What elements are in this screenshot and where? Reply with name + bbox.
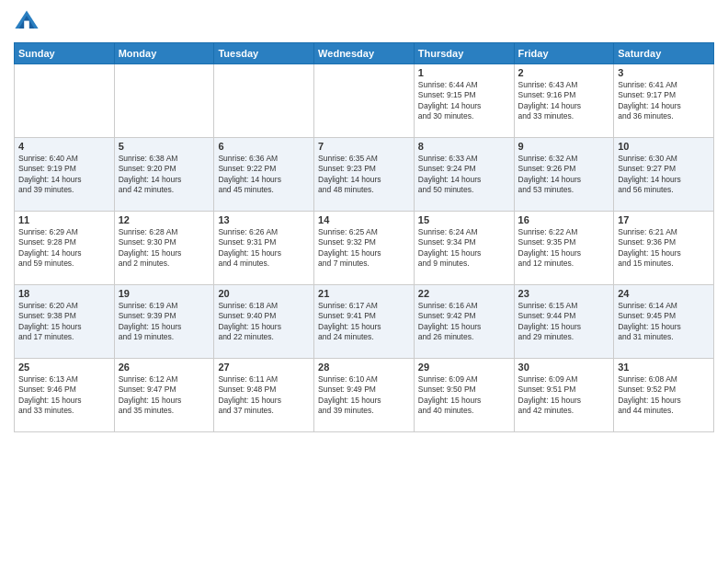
logo — [14, 9, 43, 35]
day-cell: 4Sunrise: 6:40 AMSunset: 9:19 PMDaylight… — [15, 138, 115, 212]
week-row-4: 18Sunrise: 6:20 AMSunset: 9:38 PMDayligh… — [15, 285, 714, 359]
day-cell: 24Sunrise: 6:14 AMSunset: 9:45 PMDayligh… — [614, 285, 714, 359]
day-number: 5 — [119, 141, 210, 152]
day-cell: 9Sunrise: 6:32 AMSunset: 9:26 PMDaylight… — [514, 138, 614, 212]
day-number: 12 — [119, 214, 210, 225]
day-number: 31 — [618, 362, 710, 373]
day-cell: 20Sunrise: 6:18 AMSunset: 9:40 PMDayligh… — [214, 285, 314, 359]
week-row-1: 1Sunrise: 6:44 AMSunset: 9:15 PMDaylight… — [15, 64, 714, 138]
day-info: Sunrise: 6:10 AMSunset: 9:49 PMDaylight:… — [318, 374, 410, 417]
day-info: Sunrise: 6:17 AMSunset: 9:41 PMDaylight:… — [318, 301, 410, 343]
day-cell — [15, 64, 115, 138]
day-number: 16 — [518, 214, 610, 225]
day-info: Sunrise: 6:09 AMSunset: 9:51 PMDaylight:… — [518, 374, 610, 417]
day-cell: 6Sunrise: 6:36 AMSunset: 9:22 PMDaylight… — [214, 138, 314, 212]
day-info: Sunrise: 6:32 AMSunset: 9:26 PMDaylight:… — [518, 154, 610, 196]
day-number: 17 — [618, 214, 710, 225]
day-info: Sunrise: 6:14 AMSunset: 9:45 PMDaylight:… — [618, 301, 710, 343]
day-number: 4 — [18, 141, 110, 152]
day-number: 30 — [518, 362, 610, 373]
day-number: 23 — [518, 288, 610, 299]
day-number: 1 — [418, 67, 510, 78]
svg-rect-2 — [24, 21, 29, 29]
day-number: 8 — [418, 141, 510, 152]
day-cell: 22Sunrise: 6:16 AMSunset: 9:42 PMDayligh… — [414, 285, 514, 359]
day-info: Sunrise: 6:36 AMSunset: 9:22 PMDaylight:… — [218, 154, 310, 196]
day-number: 3 — [618, 67, 710, 78]
day-cell: 2Sunrise: 6:43 AMSunset: 9:16 PMDaylight… — [514, 64, 614, 138]
day-info: Sunrise: 6:28 AMSunset: 9:30 PMDaylight:… — [119, 227, 210, 270]
week-row-2: 4Sunrise: 6:40 AMSunset: 9:19 PMDaylight… — [15, 138, 714, 212]
calendar: SundayMondayTuesdayWednesdayThursdayFrid… — [14, 42, 714, 432]
day-cell: 16Sunrise: 6:22 AMSunset: 9:35 PMDayligh… — [514, 212, 614, 285]
day-number: 18 — [18, 288, 110, 299]
day-info: Sunrise: 6:30 AMSunset: 9:27 PMDaylight:… — [618, 154, 710, 196]
day-cell: 26Sunrise: 6:12 AMSunset: 9:47 PMDayligh… — [114, 359, 214, 432]
day-number: 7 — [318, 141, 410, 152]
day-info: Sunrise: 6:33 AMSunset: 9:24 PMDaylight:… — [418, 154, 510, 196]
day-cell: 5Sunrise: 6:38 AMSunset: 9:20 PMDaylight… — [114, 138, 214, 212]
day-info: Sunrise: 6:18 AMSunset: 9:40 PMDaylight:… — [218, 301, 310, 343]
day-info: Sunrise: 6:22 AMSunset: 9:35 PMDaylight:… — [518, 227, 610, 270]
day-number: 29 — [418, 362, 510, 373]
day-info: Sunrise: 6:26 AMSunset: 9:31 PMDaylight:… — [218, 227, 310, 270]
day-cell: 10Sunrise: 6:30 AMSunset: 9:27 PMDayligh… — [614, 138, 714, 212]
day-cell: 27Sunrise: 6:11 AMSunset: 9:48 PMDayligh… — [214, 359, 314, 432]
day-header-monday: Monday — [114, 43, 214, 64]
day-info: Sunrise: 6:41 AMSunset: 9:17 PMDaylight:… — [618, 80, 710, 122]
day-cell: 30Sunrise: 6:09 AMSunset: 9:51 PMDayligh… — [514, 359, 614, 432]
day-header-thursday: Thursday — [414, 43, 514, 64]
day-cell: 18Sunrise: 6:20 AMSunset: 9:38 PMDayligh… — [15, 285, 115, 359]
day-number: 14 — [318, 214, 410, 225]
day-cell: 3Sunrise: 6:41 AMSunset: 9:17 PMDaylight… — [614, 64, 714, 138]
day-cell: 28Sunrise: 6:10 AMSunset: 9:49 PMDayligh… — [314, 359, 415, 432]
day-cell: 19Sunrise: 6:19 AMSunset: 9:39 PMDayligh… — [114, 285, 214, 359]
day-info: Sunrise: 6:20 AMSunset: 9:38 PMDaylight:… — [18, 301, 110, 343]
day-number: 13 — [218, 214, 310, 225]
day-info: Sunrise: 6:15 AMSunset: 9:44 PMDaylight:… — [518, 301, 610, 343]
day-header-sunday: Sunday — [15, 43, 115, 64]
header — [14, 9, 714, 35]
day-info: Sunrise: 6:24 AMSunset: 9:34 PMDaylight:… — [418, 227, 510, 270]
day-header-row: SundayMondayTuesdayWednesdayThursdayFrid… — [15, 43, 714, 64]
day-info: Sunrise: 6:11 AMSunset: 9:48 PMDaylight:… — [218, 374, 310, 417]
day-header-wednesday: Wednesday — [314, 43, 415, 64]
day-info: Sunrise: 6:08 AMSunset: 9:52 PMDaylight:… — [618, 374, 710, 417]
day-number: 6 — [218, 141, 310, 152]
day-number: 19 — [119, 288, 210, 299]
logo-icon — [14, 9, 40, 35]
day-cell: 29Sunrise: 6:09 AMSunset: 9:50 PMDayligh… — [414, 359, 514, 432]
day-info: Sunrise: 6:29 AMSunset: 9:28 PMDaylight:… — [18, 227, 110, 270]
day-number: 27 — [218, 362, 310, 373]
day-info: Sunrise: 6:19 AMSunset: 9:39 PMDaylight:… — [119, 301, 210, 343]
day-info: Sunrise: 6:13 AMSunset: 9:46 PMDaylight:… — [18, 374, 110, 417]
day-cell — [114, 64, 214, 138]
day-cell: 21Sunrise: 6:17 AMSunset: 9:41 PMDayligh… — [314, 285, 415, 359]
day-number: 9 — [518, 141, 610, 152]
day-number: 15 — [418, 214, 510, 225]
page: SundayMondayTuesdayWednesdayThursdayFrid… — [0, 0, 728, 563]
day-cell: 8Sunrise: 6:33 AMSunset: 9:24 PMDaylight… — [414, 138, 514, 212]
day-cell: 14Sunrise: 6:25 AMSunset: 9:32 PMDayligh… — [314, 212, 415, 285]
calendar-body: 1Sunrise: 6:44 AMSunset: 9:15 PMDaylight… — [15, 64, 714, 432]
day-header-tuesday: Tuesday — [214, 43, 314, 64]
day-number: 25 — [18, 362, 110, 373]
day-number: 21 — [318, 288, 410, 299]
day-cell: 25Sunrise: 6:13 AMSunset: 9:46 PMDayligh… — [15, 359, 115, 432]
day-cell — [314, 64, 415, 138]
day-info: Sunrise: 6:40 AMSunset: 9:19 PMDaylight:… — [18, 154, 110, 196]
day-cell: 11Sunrise: 6:29 AMSunset: 9:28 PMDayligh… — [15, 212, 115, 285]
day-info: Sunrise: 6:12 AMSunset: 9:47 PMDaylight:… — [119, 374, 210, 417]
day-info: Sunrise: 6:16 AMSunset: 9:42 PMDaylight:… — [418, 301, 510, 343]
day-info: Sunrise: 6:44 AMSunset: 9:15 PMDaylight:… — [418, 80, 510, 122]
day-info: Sunrise: 6:09 AMSunset: 9:50 PMDaylight:… — [418, 374, 510, 417]
day-number: 20 — [218, 288, 310, 299]
day-number: 22 — [418, 288, 510, 299]
day-number: 24 — [618, 288, 710, 299]
day-cell: 1Sunrise: 6:44 AMSunset: 9:15 PMDaylight… — [414, 64, 514, 138]
day-info: Sunrise: 6:43 AMSunset: 9:16 PMDaylight:… — [518, 80, 610, 122]
day-number: 2 — [518, 67, 610, 78]
day-number: 11 — [18, 214, 110, 225]
day-info: Sunrise: 6:38 AMSunset: 9:20 PMDaylight:… — [119, 154, 210, 196]
day-cell: 17Sunrise: 6:21 AMSunset: 9:36 PMDayligh… — [614, 212, 714, 285]
